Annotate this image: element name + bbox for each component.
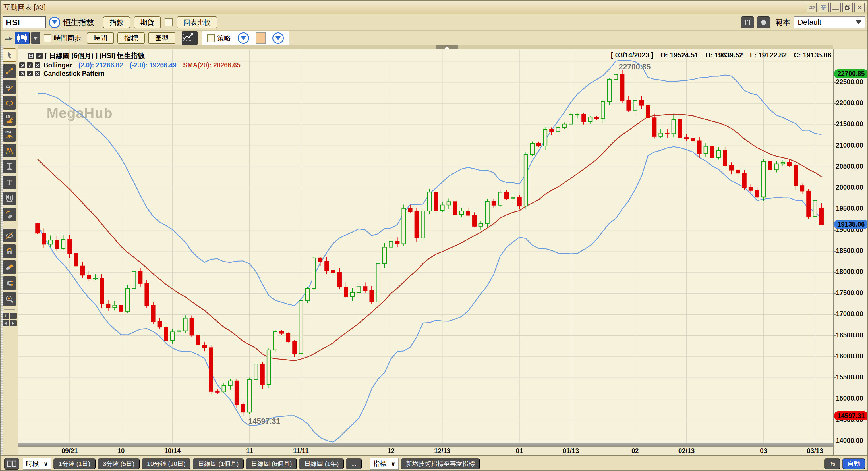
mini-button-minus[interactable]: − [10,313,17,319]
print-icon[interactable] [757,17,770,28]
y-tick [834,314,836,315]
y-tick [834,420,836,420]
y-tick [834,399,836,399]
menu-icon[interactable]: ≡▸ [5,34,12,43]
period-button-0[interactable]: 1分鐘 (1日) [54,459,95,469]
minimize-icon[interactable]: — [831,3,841,12]
tool-vertical-measure-icon[interactable] [3,160,16,174]
tool-pill-icon[interactable] [3,260,16,274]
indicator-select[interactable]: 指標∨ [370,458,399,470]
y-tick [834,293,836,294]
price-tag: 14597.31 [834,411,868,420]
index-button[interactable]: 指數 [103,17,130,28]
indicator-focus-icon[interactable] [19,62,25,68]
mini-button-plus[interactable]: + [2,313,9,319]
chart-compare-button[interactable]: 圖表比較 [177,17,217,28]
panel-menu-icon[interactable] [28,53,34,59]
indicator-name: Candlestick Pattern [43,70,105,77]
settings-icon[interactable] [818,3,829,12]
tool-hide-icon[interactable] [3,228,16,242]
y-tick-label: 14000.00 [836,437,863,445]
add-favorite-indicator-button[interactable]: 新增技術指標至喜愛指標 [401,459,480,469]
restore-icon[interactable] [842,3,852,12]
y-tick-label: 17500.00 [836,289,863,297]
indicator-edit-icon[interactable] [27,62,33,68]
x-tick-label: 03/13 [798,447,832,455]
period-button-1[interactable]: 3分鐘 (5日) [98,459,140,469]
line-chart-icon[interactable] [182,31,197,45]
link-icon[interactable] [807,3,817,12]
y-tick-label: 15000.00 [836,395,863,402]
tool-trend-line-icon[interactable] [3,64,16,78]
symbol-dropdown-icon[interactable] [49,17,60,28]
y-tick-label: 21500.00 [836,120,863,128]
x-tick-label: 12 [374,447,408,455]
tool-ellipse-icon[interactable] [3,96,16,110]
tool-eraser-icon[interactable] [3,208,16,221]
mini-button-left[interactable]: ◄ [2,320,9,326]
color-swatch[interactable] [256,32,266,44]
chart-type-dropdown-icon[interactable] [31,32,40,44]
y-tick [834,230,836,230]
tool-lock-icon[interactable] [3,245,16,258]
indicator-focus-icon[interactable] [19,71,25,76]
pattern-button[interactable]: 圖型 [148,32,176,44]
tool-magnet-icon[interactable] [3,276,16,290]
indicator-value: SMA(20): 20266.65 [183,61,241,69]
collapse-panel-handle[interactable] [436,45,458,50]
compare-checkbox[interactable] [165,19,173,26]
percent-scale-button[interactable]: % [824,459,840,469]
mini-button-right[interactable]: ► [10,320,17,326]
time-sync-label: 時間同步 [54,34,81,43]
tool-cursor-icon[interactable] [3,48,16,62]
tool-candle-measure-icon[interactable] [3,192,16,205]
svg-text:14597.31: 14597.31 [248,417,280,426]
indicator-button[interactable]: 指標 [117,32,145,44]
indicator-edit-icon[interactable] [27,71,33,76]
indicator-remove-icon[interactable] [35,71,40,76]
horizontal-scrollbar[interactable] [18,443,833,446]
futures-button[interactable]: 期貨 [134,17,161,28]
price-tag: 22700.85 [834,69,868,78]
symbol-input[interactable] [3,17,46,28]
price-tag: 19135.06 [834,220,868,229]
symbol-bar: 恒生指數 指數 期貨 圖表比較 範本 Default [1,14,867,31]
period-button-5[interactable]: 日線圖 (1年) [299,459,344,469]
period-button-2[interactable]: 10分鐘 (10日) [142,459,191,469]
x-tick-label: 12/13 [425,447,460,455]
y-tick [834,209,836,209]
tool-alert-line-icon[interactable] [3,80,16,94]
ohlc-date: [ 03/14/2023 ] [611,51,653,59]
drawing-toolbar: SRFSAT+−◄► [1,45,18,456]
swatch-dropdown-icon[interactable] [272,32,284,44]
indicator-remove-icon[interactable] [35,62,40,68]
time-button[interactable]: 時間 [87,32,114,44]
time-sync-checkbox[interactable] [44,34,52,42]
period-buttons: 1分鐘 (1日)3分鐘 (5日)10分鐘 (10日)日線圖 (1個月)日線圖 (… [54,459,362,469]
strategy-dropdown-icon[interactable] [238,32,249,44]
chart-type-candle-button[interactable] [15,32,30,44]
save-icon[interactable] [741,17,754,28]
x-tick-label: 03 [747,447,781,455]
panel-edit-icon[interactable] [36,53,43,59]
tool-pattern-icon[interactable] [3,144,16,157]
template-select[interactable]: Default [794,17,865,28]
period-button-4[interactable]: 日線圖 (6個月) [246,459,297,469]
windows-layout-icon[interactable] [4,458,19,470]
close-icon[interactable]: × [854,3,865,12]
y-tick-label: 18000.00 [836,268,863,276]
period-button-6[interactable]: ... [346,459,361,469]
period-button-3[interactable]: 日線圖 (1個月) [193,459,244,469]
chart-canvas[interactable]: MegaHub 22700.8514597.31 [ 日線圖 (6個月) ] (… [18,50,833,443]
tool-text-tool-icon[interactable]: T [3,176,16,189]
auto-scale-button[interactable]: 自動 [842,459,865,469]
tool-fsa-arcs-icon[interactable]: FSA [3,128,16,142]
y-tick [834,124,836,125]
strategy-checkbox[interactable] [207,34,215,42]
tool-sr-fan-icon[interactable]: SR [3,112,16,126]
y-tick [834,166,836,167]
period-select[interactable]: 時段∨ [23,458,51,470]
tool-zoom-in-icon[interactable] [3,292,16,306]
x-tick-label: 11/11 [284,447,318,455]
price-axis[interactable]: 22500.0022000.0021500.0021000.0020500.00… [833,50,868,456]
